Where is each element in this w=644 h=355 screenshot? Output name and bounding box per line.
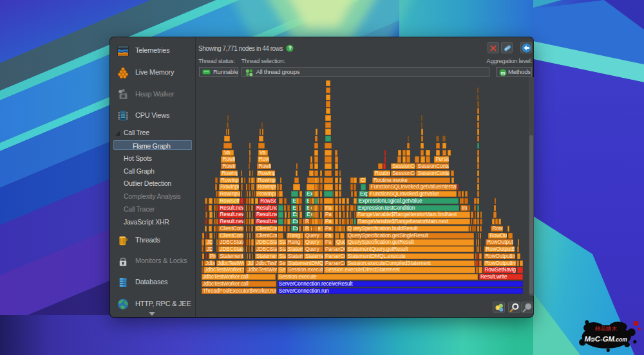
svg-text:MoC-GM.com: MoC-GM.com <box>585 335 628 343</box>
svg-text:棉花糖木: 棉花糖木 <box>594 325 617 332</box>
